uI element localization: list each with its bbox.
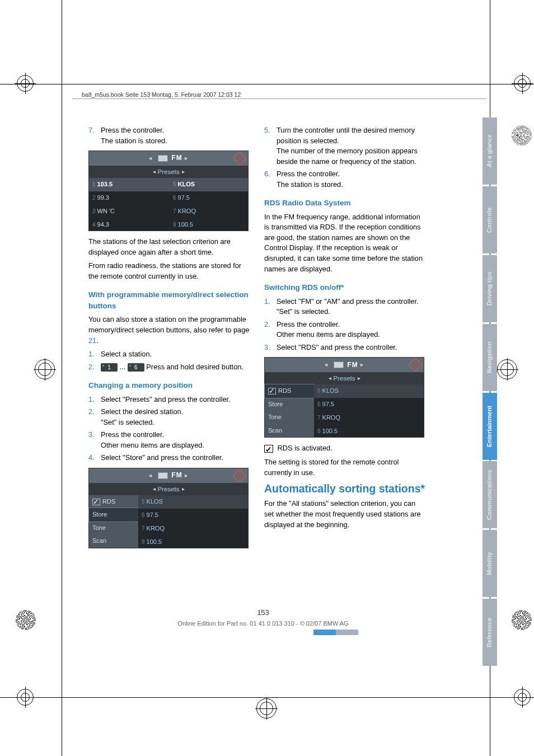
sw-step-1: 1.Select "FM" or "AM" and press the cont… [264, 297, 427, 317]
chg-step-1: 1.Select "Presets" and press the control… [88, 395, 251, 405]
text: Press and hold desired button. [144, 363, 243, 371]
heading-switching-rds: Switching RDS on/off* [264, 282, 427, 293]
book-header-tag: ba8_m5us.book Seite 153 Montag, 5. Febru… [82, 91, 241, 99]
step-body: Select a station. [101, 349, 251, 360]
step-5: 5.Turn the controller until the desired … [264, 125, 427, 167]
step-num: 1. [88, 349, 101, 360]
preset-key-1: 1 [101, 363, 118, 372]
text: The station is stored. [101, 136, 251, 147]
tab-at-a-glance[interactable]: At a glance [483, 118, 497, 185]
text: . [96, 336, 99, 345]
step-body: Press the controller. The station is sto… [101, 125, 251, 146]
rds-activated-line: RDS is activated. [264, 443, 427, 454]
corner-indicator-icon [408, 358, 422, 372]
menu-rds: RDS [89, 495, 138, 509]
step-num: 2. [88, 362, 101, 373]
radio-screenshot-presets-set: ◂ FM ▸ ◂Presets▸ Set 1 103.55 KLOS 2 99.… [88, 151, 249, 231]
chg-step-4: 4.Select "Store" and press the controlle… [88, 453, 251, 463]
tab-mobility[interactable]: Mobility [483, 530, 497, 597]
radio-screenshot-store: ◂FM▸ ◂Presets▸ RDS Store Tone Scan 5 KLO… [88, 468, 249, 548]
paragraph: You can also store a station on the prog… [88, 314, 251, 346]
menu-store: Store [89, 508, 138, 522]
footer-bar [88, 630, 438, 635]
menu-rds: RDS [265, 384, 314, 398]
heading-programmable: With programmable memory/direct selectio… [88, 289, 251, 311]
paragraph: The setting is stored for the remote con… [264, 457, 427, 478]
step-6: 6.Press the controller.The station is st… [264, 169, 427, 190]
step-body: 1 ... 6 Press and hold desired button. [101, 362, 251, 373]
footer-text: Online Edition for Part no. 01 41 0 013 … [177, 620, 348, 627]
heading-rds: RDS Radio Data System [264, 198, 427, 209]
prog-step-1: 1. Select a station. [88, 349, 251, 360]
menu-store: Store [265, 398, 314, 411]
paragraph: From radio readiness, the stations are s… [88, 261, 251, 281]
radio-screenshot-rds: ◂FM▸ ◂Presets▸ RDS Store Tone Scan 5 KLO… [264, 357, 424, 438]
menu-scan: Scan [265, 424, 314, 438]
text: ... [118, 363, 128, 371]
side-tabs: At a glance Controls Driving tips Naviga… [483, 118, 497, 666]
preset-key-6: 6 [128, 363, 144, 372]
step-num: 7. [88, 125, 101, 146]
checkbox-on-icon [268, 388, 276, 395]
tab-communications[interactable]: Communications [483, 461, 497, 528]
right-column: 5.Turn the controller until the desired … [264, 125, 427, 554]
left-column: 7. Press the controller. The station is … [88, 125, 251, 554]
tab-entertainment[interactable]: Entertainment [483, 393, 497, 460]
corner-indicator-icon [232, 151, 246, 165]
text: You can also store a station on the prog… [88, 315, 249, 334]
chevron-right-icon: ▸ [185, 154, 188, 163]
chg-step-3: 3.Press the controller.Other menu items … [88, 430, 251, 450]
menu-tone: Tone [265, 411, 314, 424]
corner-indicator-icon [232, 468, 246, 482]
prog-step-2: 2. 1 ... 6 Press and hold desired button… [88, 362, 251, 373]
menu-scan: Scan [89, 534, 138, 548]
radio-icon [334, 361, 344, 368]
chevron-left-icon: ◂ [149, 154, 152, 163]
radio-icon [158, 472, 168, 479]
heading-auto-sort: Automatically sorting stations* [264, 482, 427, 495]
band-label: FM [171, 153, 182, 163]
tab-navigation[interactable]: Navigation [483, 324, 497, 391]
paragraph: In the FM frequency range, additional in… [264, 212, 427, 274]
menu-tone: Tone [89, 522, 138, 535]
text: Press the controller. [101, 125, 251, 136]
paragraph: The stations of the last selection crite… [88, 237, 251, 257]
text: RDS is activated. [275, 444, 332, 452]
heading-changing-memory: Changing a memory position [88, 380, 251, 391]
checkbox-on-icon [92, 499, 100, 505]
tab-controls[interactable]: Controls [483, 186, 497, 253]
tab-reference[interactable]: Reference [483, 599, 497, 666]
sw-step-2: 2.Press the controller.Other menu items … [264, 320, 427, 340]
header-rule [73, 98, 486, 99]
content-columns: 7. Press the controller. The station is … [88, 125, 438, 554]
radio-icon [158, 155, 168, 162]
step-7: 7. Press the controller. The station is … [88, 125, 251, 146]
chg-step-2: 2.Select the desired station."Set" is se… [88, 407, 251, 428]
paragraph: For the "All stations" selection criteri… [264, 499, 427, 530]
page-number: 153 [88, 608, 438, 618]
checkbox-on-icon [264, 445, 273, 453]
submenu-label: Presets [158, 167, 180, 177]
tab-driving-tips[interactable]: Driving tips [483, 255, 497, 322]
sw-step-3: 3.Select "RDS" and press the controller. [264, 342, 427, 353]
page-footer: 153 Online Edition for Part no. 01 41 0 … [88, 608, 438, 635]
page-link[interactable]: 21 [88, 336, 96, 345]
